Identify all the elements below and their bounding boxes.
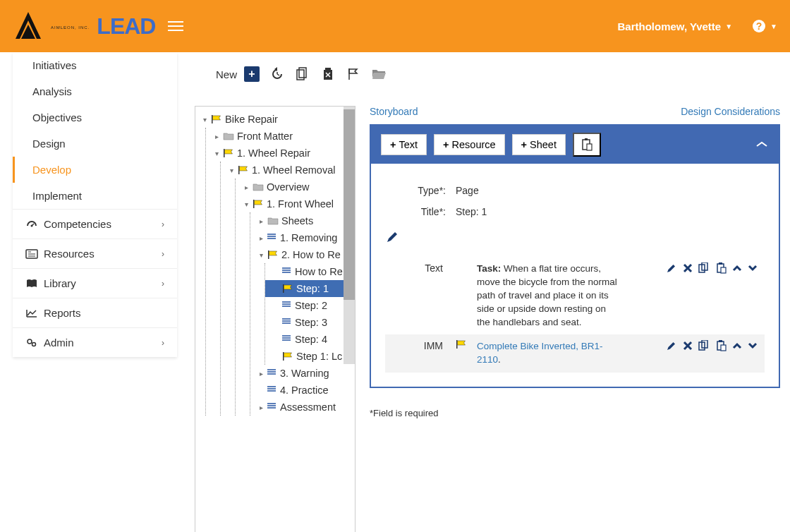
tree-scrollbar[interactable]	[344, 107, 355, 364]
flag-icon	[282, 284, 293, 293]
paste-icon[interactable]	[717, 262, 727, 274]
field-title: Title*: Step: 1	[385, 206, 765, 217]
flag-icon	[267, 250, 279, 259]
imm-link[interactable]: Complete Bike Inverted, BR1-2110	[477, 341, 603, 365]
svg-rect-43	[721, 345, 726, 351]
nav-implement[interactable]: Implement	[13, 183, 177, 209]
tree-node-step2[interactable]: Step: 2	[265, 297, 352, 314]
toolbar: New +	[195, 64, 780, 85]
nav-initiatives[interactable]: Initiatives	[13, 52, 177, 78]
cb-imm-body: Complete Bike Inverted, BR1-2110.	[477, 340, 618, 367]
tab-design-considerations[interactable]: Design Considerations	[681, 106, 780, 117]
tree-node-howto-child[interactable]: How to Re	[265, 263, 352, 280]
tree-toggle-icon[interactable]: ▸	[257, 234, 265, 242]
move-up-icon[interactable]	[732, 342, 742, 349]
tree-node-root[interactable]: ▾ Bike Repair	[198, 111, 352, 128]
svg-point-8	[28, 339, 32, 344]
tree-toggle-icon[interactable]: ▾	[243, 200, 250, 208]
nav-admin[interactable]: Admin ›	[13, 327, 177, 357]
flag-icon	[223, 149, 234, 157]
content-block-imm: IMM Complete Bike Inverted, BR1-2110.	[385, 334, 765, 373]
flag-button[interactable]	[346, 66, 361, 82]
open-folder-button[interactable]	[371, 66, 387, 82]
tree-node-assessment[interactable]: ▸ Assessment	[250, 399, 352, 416]
nav-competencies[interactable]: Competencies ›	[13, 209, 177, 238]
nav-resources[interactable]: Resources ›	[13, 238, 177, 268]
help-icon: ?	[752, 19, 766, 33]
tree-node-front-matter[interactable]: ▸ Front Matter	[206, 128, 352, 145]
tree-node-overview[interactable]: ▸ Overview	[236, 179, 352, 195]
document-icon	[267, 369, 277, 377]
tree-toggle-icon[interactable]: ▸	[243, 183, 250, 191]
tree-toggle-icon[interactable]: ▸	[257, 217, 265, 225]
edit-icon[interactable]	[666, 262, 677, 274]
tree-node-wheel-repair[interactable]: ▾ 1. Wheel Repair	[206, 145, 352, 162]
tree-toggle-icon[interactable]: ▸	[257, 370, 265, 377]
tree-toggle-icon[interactable]: ▾	[257, 251, 265, 259]
menu-toggle-button[interactable]	[168, 18, 183, 34]
tree-node-howto[interactable]: ▾ 2. How to Re	[250, 246, 352, 263]
tree-toggle-icon[interactable]: ▸	[213, 133, 220, 140]
svg-point-9	[32, 342, 36, 346]
required-footnote: *Field is required	[370, 408, 780, 418]
delete-icon[interactable]	[683, 263, 693, 273]
tree-panel: ▾ Bike Repair ▸ Front Matter ▾ 1. Wheel …	[195, 106, 356, 532]
tree-node-removing[interactable]: ▸ 1. Removing	[250, 229, 352, 246]
nav-analysis[interactable]: Analysis	[13, 78, 177, 104]
tree-node-front-wheel[interactable]: ▾ 1. Front Wheel	[236, 195, 352, 212]
add-text-button[interactable]: +Text	[381, 134, 427, 155]
tree-node-warning[interactable]: ▸ 3. Warning	[250, 365, 352, 382]
tree-toggle-icon[interactable]: ▾	[228, 167, 235, 174]
user-menu[interactable]: Bartholomew, Yvette ▼	[617, 20, 732, 32]
tree-node-step1lc[interactable]: Step 1: Lc	[265, 348, 352, 365]
tree-toggle-icon[interactable]: ▾	[213, 150, 220, 157]
nav-design[interactable]: Design	[13, 131, 177, 157]
tree-node-sheets[interactable]: ▸ Sheets	[250, 212, 352, 229]
nav-library[interactable]: Library ›	[13, 268, 177, 298]
nav-reports[interactable]: Reports	[13, 298, 177, 327]
title-label: Title*:	[385, 206, 456, 217]
move-down-icon[interactable]	[748, 342, 758, 349]
svg-rect-34	[719, 262, 722, 265]
chevron-right-icon: ›	[162, 219, 164, 229]
collapse-panel-button[interactable]	[755, 140, 769, 149]
paste-button[interactable]	[573, 133, 601, 157]
delete-icon[interactable]	[683, 341, 693, 351]
brand-text: AIMLEON, INC.	[51, 25, 90, 27]
add-sheet-button[interactable]: +Sheet	[512, 134, 566, 155]
delete-button[interactable]	[320, 66, 336, 82]
cb-text-actions	[666, 262, 765, 274]
newspaper-icon	[25, 249, 38, 259]
caret-down-icon: ▼	[725, 23, 732, 30]
logo-group: AIMLEON, INC. LEAD	[13, 11, 155, 42]
copy-button[interactable]	[295, 66, 310, 82]
tree-node-step4[interactable]: Step: 4	[265, 331, 352, 348]
move-up-icon[interactable]	[732, 265, 742, 272]
nav-objectives[interactable]: Objectives	[13, 104, 177, 131]
add-resource-button[interactable]: +Resource	[434, 134, 505, 155]
document-icon	[267, 403, 277, 411]
tree-node-step3[interactable]: Step: 3	[265, 314, 352, 331]
gears-icon	[25, 338, 38, 348]
tree-node-step1[interactable]: Step: 1	[265, 280, 352, 297]
paste-icon[interactable]	[717, 340, 727, 351]
copy-icon[interactable]	[698, 262, 711, 274]
history-button[interactable]	[269, 66, 285, 82]
svg-rect-15	[325, 68, 331, 70]
move-down-icon[interactable]	[748, 265, 758, 272]
edit-icon[interactable]	[666, 340, 677, 351]
gauge-icon	[25, 219, 38, 229]
document-icon	[267, 386, 277, 394]
svg-rect-28	[587, 144, 592, 150]
nav-develop[interactable]: Develop	[13, 157, 177, 183]
edit-title-button[interactable]	[385, 230, 765, 244]
main-area: New + ▾ Bike Repair ▸	[195, 64, 780, 532]
copy-icon[interactable]	[698, 340, 711, 351]
tree-toggle-icon[interactable]: ▸	[257, 404, 265, 411]
tree-toggle-icon[interactable]: ▾	[201, 116, 208, 123]
help-menu[interactable]: ? ▼	[752, 19, 777, 33]
new-button[interactable]: +	[244, 66, 260, 82]
tree-node-wheel-removal[interactable]: ▾ 1. Wheel Removal	[221, 162, 352, 179]
tree-node-practice[interactable]: 4. Practice	[250, 382, 352, 399]
tab-storyboard[interactable]: Storyboard	[370, 106, 418, 117]
